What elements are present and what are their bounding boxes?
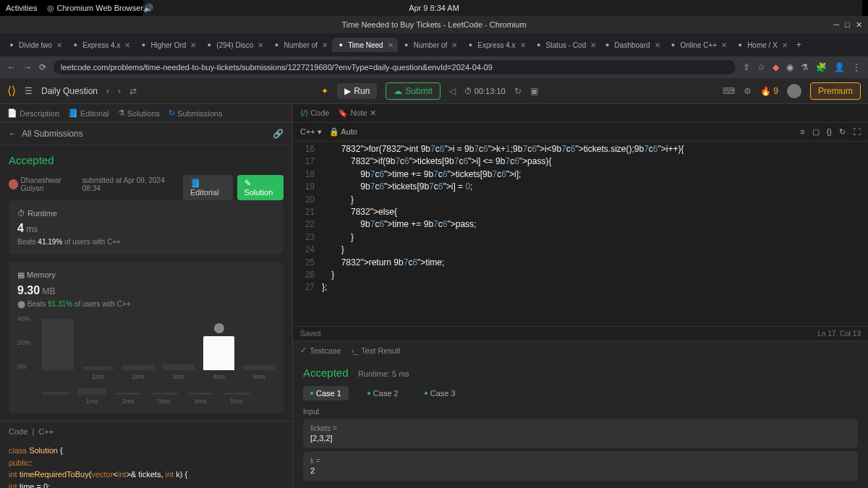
solution-button[interactable]: ✎ Solution	[237, 175, 284, 200]
share-icon[interactable]: ⇪	[743, 62, 750, 72]
case-tab[interactable]: Case 1	[303, 386, 349, 401]
braces-icon[interactable]: {}	[827, 127, 832, 137]
close-icon[interactable]: ✕	[856, 20, 862, 30]
tab-testcase[interactable]: ✓ Testcase	[300, 346, 341, 355]
activities[interactable]: Activities	[6, 4, 37, 12]
memory-card: ▦ Memory 9.30 MB ⬤ Beats 91.31% of users…	[9, 262, 284, 414]
chart-bar: 4ms	[203, 336, 235, 370]
premium-button[interactable]: Premium	[810, 82, 861, 100]
close-tab-icon[interactable]: ✕	[655, 41, 660, 49]
ext-icon-4[interactable]: 🧩	[816, 62, 827, 72]
streak: 🔥 9	[760, 86, 778, 96]
browser-label: ◎ Chromium Web Browser	[47, 4, 143, 13]
chart-bar	[42, 319, 74, 370]
browser-tab[interactable]: ●Time Need✕	[332, 38, 398, 52]
browser-tab[interactable]: ●Dashboard✕	[599, 38, 665, 52]
minimize-icon[interactable]: ─	[834, 20, 840, 30]
settings-icon[interactable]: ⚙	[744, 86, 752, 96]
browser-tab[interactable]: ●Number of✕	[398, 38, 462, 52]
browser-tab[interactable]: ●Express 4.x✕	[461, 38, 529, 52]
browser-tab[interactable]: ●Status - Cod✕	[530, 38, 599, 52]
close-tab-icon[interactable]: ✕	[322, 41, 328, 49]
format-icon[interactable]: ≡	[800, 127, 804, 137]
submit-button[interactable]: ☁ Submit	[386, 82, 440, 100]
link-icon[interactable]: 🔗	[273, 129, 284, 139]
close-tab-icon[interactable]: ✕	[190, 41, 196, 49]
author-avatar	[9, 179, 18, 189]
cursor-pos: Ln 17, Col 13	[818, 330, 861, 338]
daily-question[interactable]: Daily Question	[41, 86, 98, 96]
case-tab[interactable]: Case 3	[417, 386, 463, 401]
timer-reset-icon[interactable]: ↻	[514, 86, 522, 96]
timer: ⏱ 00:13:10	[464, 87, 506, 95]
close-tab-icon[interactable]: ✕	[124, 41, 130, 49]
runtime-chart: 40%20%0% 1ms2ms3ms4ms5ms	[17, 315, 275, 380]
prev-icon[interactable]: ‹	[106, 86, 109, 96]
volume-icon[interactable]: 🔊	[143, 4, 862, 13]
layout-icon[interactable]: ▣	[530, 86, 538, 96]
tab-editorial[interactable]: 📘 Editorial	[68, 108, 109, 118]
favicon: ●	[466, 40, 475, 49]
all-submissions[interactable]: All Submissions	[22, 129, 83, 139]
close-tab-icon[interactable]: ✕	[258, 41, 263, 49]
ext-icon-1[interactable]: ◆	[773, 62, 779, 72]
terminal-icon[interactable]: ⌨	[723, 86, 735, 96]
browser-tab[interactable]: ●Divide two✕	[3, 38, 67, 52]
close-tab-icon[interactable]: ✕	[451, 41, 457, 49]
reset-icon[interactable]: ↻	[839, 127, 846, 137]
tab-description[interactable]: 📄 Description	[7, 108, 59, 118]
favicon: ●	[71, 40, 80, 49]
favicon: ●	[603, 40, 612, 49]
menu-icon[interactable]: ⋮	[852, 62, 861, 72]
lang-select[interactable]: C++ ▾	[300, 127, 322, 137]
ext-icon-2[interactable]: ◉	[786, 62, 793, 72]
maximize-icon[interactable]: □	[845, 20, 850, 30]
tab-code[interactable]: ⟨/⟩ Code	[300, 108, 329, 118]
run-button[interactable]: ▶ Run	[337, 83, 377, 99]
browser-tab[interactable]: ●(294) Disco✕	[200, 38, 268, 52]
runtime-card: ⏱ Runtime 4 ms Beats 41.19% of users wit…	[9, 200, 284, 254]
browser-tab[interactable]: ●Number of✕	[268, 38, 332, 52]
close-tab-icon[interactable]: ✕	[520, 41, 526, 49]
ext-icon-3[interactable]: ⚗	[801, 62, 809, 72]
timer-prev-icon[interactable]: ◁	[449, 86, 456, 96]
nav-fwd-icon[interactable]: →	[23, 62, 32, 72]
leetcode-logo[interactable]: ⟨⟩	[7, 84, 16, 98]
fullscreen-icon[interactable]: ⛶	[853, 127, 861, 137]
auto-toggle[interactable]: 🔒 Auto	[329, 127, 357, 137]
close-tab-icon[interactable]: ✕	[388, 41, 393, 49]
shuffle-icon[interactable]: ⇄	[129, 86, 137, 96]
avatar[interactable]	[787, 84, 801, 98]
browser-tab[interactable]: ●Higher Ord✕	[135, 38, 200, 52]
editorial-button[interactable]: 📘 Editorial	[183, 175, 233, 200]
next-icon[interactable]: ›	[118, 86, 121, 96]
close-tab-icon[interactable]: ✕	[590, 41, 596, 49]
tab-submissions[interactable]: ↻ Submissions	[169, 108, 222, 118]
browser-tab[interactable]: ●Express 4.x✕	[67, 38, 135, 52]
case-tab[interactable]: Case 2	[360, 386, 406, 401]
problem-list-icon[interactable]: ☰	[25, 86, 33, 96]
bookmark-icon[interactable]: ▢	[812, 127, 820, 137]
close-tab-icon[interactable]: ✕	[721, 41, 727, 49]
new-tab-button[interactable]: +	[792, 40, 806, 50]
close-tab-icon[interactable]: ✕	[782, 41, 788, 49]
chart-bar-2: 2ms	[114, 393, 142, 395]
favicon: ●	[402, 40, 411, 49]
profile-icon[interactable]: 👤	[834, 62, 845, 72]
window-title: Time Needed to Buy Tickets - LeetCode - …	[341, 20, 526, 29]
browser-tab[interactable]: ●Home / X✕	[731, 38, 792, 52]
url-input[interactable]: leetcode.com/problems/time-needed-to-buy…	[54, 60, 736, 74]
close-tab-icon[interactable]: ✕	[56, 41, 62, 49]
back-icon[interactable]: ←	[9, 129, 17, 139]
sparkle-icon[interactable]: ✦	[321, 86, 328, 96]
tab-solutions[interactable]: ⚗ Solutions	[118, 108, 160, 118]
browser-tab[interactable]: ●Online C++✕	[665, 38, 732, 52]
star-icon[interactable]: ☆	[757, 62, 765, 72]
nav-reload-icon[interactable]: ⟳	[39, 62, 46, 72]
chart-bar-2: 3ms	[150, 393, 178, 395]
tab-note[interactable]: 🔖 Note ✕	[338, 108, 375, 118]
nav-back-icon[interactable]: ←	[7, 62, 16, 72]
code-editor[interactable]: 16 7832">for(7832">int 9b7c6">i = 9b7c6"…	[293, 142, 868, 326]
user-marker	[214, 323, 224, 333]
tab-test-result[interactable]: ›_ Test Result	[351, 346, 400, 355]
